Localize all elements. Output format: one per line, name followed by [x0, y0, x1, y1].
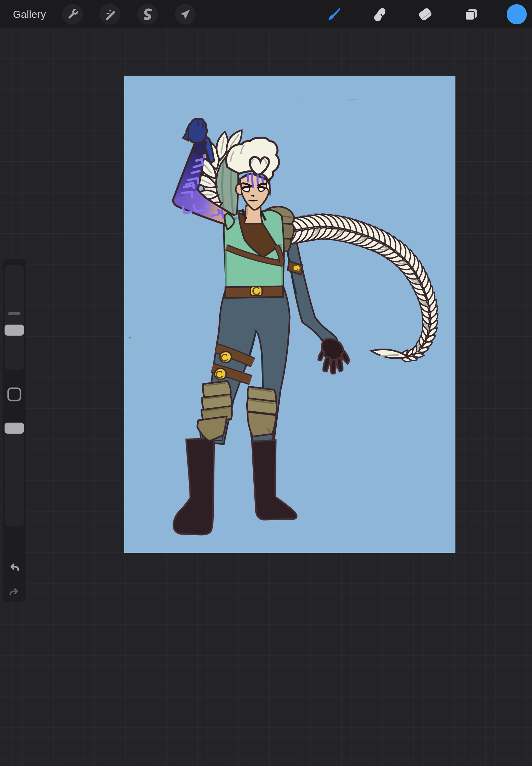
- svg-text:Gallery: Gallery: [13, 9, 46, 20]
